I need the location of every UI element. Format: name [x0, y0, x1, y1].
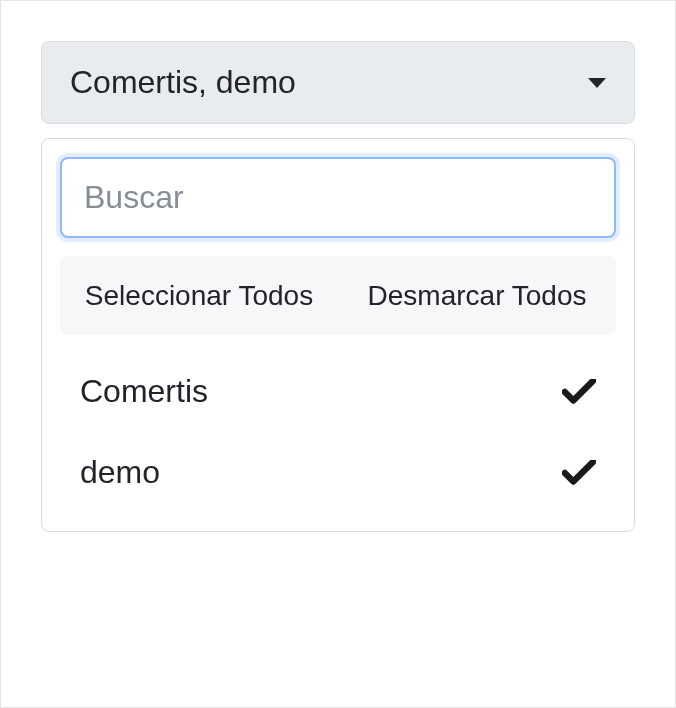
multiselect-trigger[interactable]: Comertis, demo [41, 41, 635, 124]
search-input[interactable] [60, 157, 616, 238]
option-label: Comertis [80, 373, 208, 410]
dropdown-panel: Seleccionar Todos Desmarcar Todos Comert… [41, 138, 635, 532]
option-item[interactable]: Comertis [74, 351, 602, 432]
check-icon [562, 460, 596, 486]
bulk-actions: Seleccionar Todos Desmarcar Todos [60, 256, 616, 335]
caret-down-icon [588, 78, 606, 88]
option-item[interactable]: demo [74, 432, 602, 513]
select-all-button[interactable]: Seleccionar Todos [60, 266, 338, 325]
deselect-all-button[interactable]: Desmarcar Todos [338, 266, 616, 325]
selected-value: Comertis, demo [70, 64, 296, 101]
options-list: Comertis demo [60, 351, 616, 521]
option-label: demo [80, 454, 160, 491]
check-icon [562, 379, 596, 405]
